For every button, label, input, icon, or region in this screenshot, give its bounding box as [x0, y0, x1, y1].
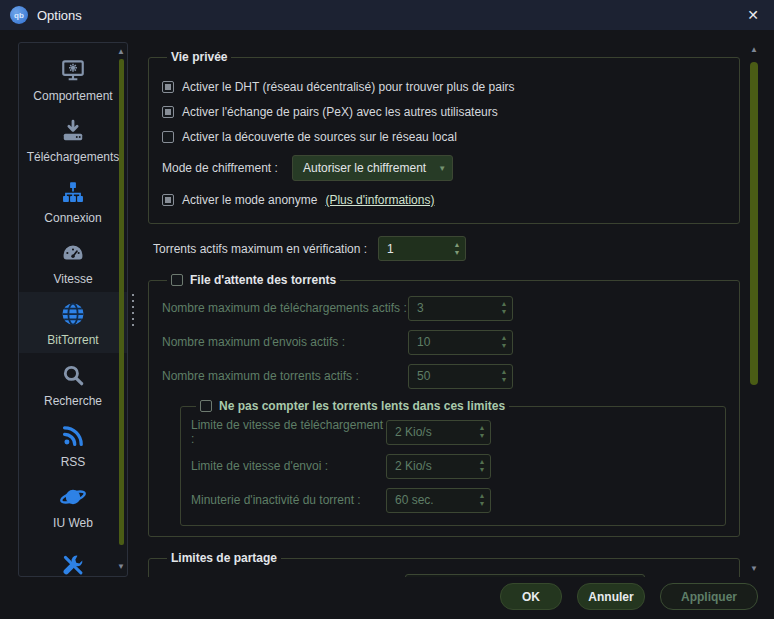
options-sidebar: Comportement Téléchargements: [18, 42, 128, 577]
spinner-arrows[interactable]: ▲▼: [496, 331, 512, 354]
anonymous-mode-checkbox[interactable]: [162, 194, 174, 206]
pex-checkbox-label: Activer l'échange de pairs (PeX) avec le…: [182, 105, 498, 119]
sidebar-item-label: BitTorrent: [47, 333, 98, 347]
torrent-inactivity-timer-label: Minuterie d'inactivité du torrent :: [191, 493, 386, 507]
scroll-down-icon[interactable]: ▼: [746, 565, 762, 573]
sidebar-item-bittorrent[interactable]: BitTorrent: [19, 292, 127, 353]
slow-torrents-checkbox[interactable]: [200, 400, 212, 412]
sidebar-item-comportement[interactable]: Comportement: [19, 48, 127, 109]
spinner-arrows[interactable]: ▲▼: [474, 455, 490, 478]
spinner-arrows[interactable]: ▲▼: [496, 365, 512, 388]
scroll-up-icon[interactable]: ▲: [746, 46, 762, 54]
ok-button[interactable]: OK: [500, 583, 562, 610]
dht-checkbox[interactable]: [162, 81, 174, 93]
sidebar-item-vitesse[interactable]: Vitesse: [19, 231, 127, 292]
share-limits-title: Limites de partage: [167, 551, 281, 565]
window-title: Options: [37, 8, 82, 23]
app-logo-icon: qb: [10, 6, 28, 24]
spinner-arrows[interactable]: ▲▼: [496, 297, 512, 320]
more-informations-link[interactable]: (Plus d'informations): [325, 193, 434, 207]
spinner-value: 2 Kio/s: [387, 455, 474, 478]
sidebar-item-advanced[interactable]: [19, 536, 127, 577]
torrent-inactivity-timer-spinner[interactable]: 60 sec. ▲▼: [386, 488, 491, 513]
title-bar: qb Options ✕: [0, 0, 774, 30]
spinner-arrows[interactable]: ▲▼: [474, 421, 490, 444]
slow-torrents-title: Ne pas compter les torrents lents dans c…: [219, 399, 505, 413]
share-limits-group: Limites de partage Lorsque le ratio atte…: [148, 551, 740, 577]
sidebar-item-label: Comportement: [33, 89, 112, 103]
privacy-group: Vie privée Activer le DHT (réseau décent…: [148, 50, 740, 224]
spinner-value: 3: [409, 297, 496, 320]
spinner-value: 50: [409, 365, 496, 388]
bittorrent-globe-icon: [57, 298, 89, 330]
slow-upload-rate-spinner[interactable]: 2 Kio/s ▲▼: [386, 454, 491, 479]
sidebar-item-telechargements[interactable]: Téléchargements: [19, 109, 127, 170]
spinner-value: 60 sec.: [387, 489, 474, 512]
sidebar-item-label: IU Web: [53, 516, 93, 530]
sidebar-item-label: Recherche: [44, 394, 102, 408]
apply-button[interactable]: Appliquer: [660, 583, 758, 610]
web-ui-icon: [57, 481, 89, 513]
max-active-downloads-spinner[interactable]: 3 ▲▼: [408, 296, 513, 321]
pex-checkbox[interactable]: [162, 106, 174, 118]
speed-icon: [57, 237, 89, 269]
slow-download-rate-spinner[interactable]: 2 Kio/s ▲▼: [386, 420, 491, 445]
privacy-group-title: Vie privée: [167, 50, 231, 64]
main-scrollbar-thumb[interactable]: [750, 62, 758, 385]
rss-icon: [57, 420, 89, 452]
close-icon[interactable]: ✕: [744, 6, 762, 24]
slow-download-rate-label: Limite de vitesse de téléchargement :: [191, 418, 386, 446]
sidebar-item-label: Connexion: [44, 211, 101, 225]
encryption-mode-select[interactable]: Autoriser le chiffrement ▼: [292, 155, 453, 181]
sidebar-item-label: Téléchargements: [27, 150, 120, 164]
anonymous-mode-label: Activer le mode anonyme: [182, 193, 317, 207]
max-active-downloads-label: Nombre maximum de téléchargements actifs…: [162, 301, 408, 315]
encryption-mode-value: Autoriser le chiffrement: [303, 161, 426, 175]
encryption-mode-label: Mode de chiffrement :: [162, 161, 292, 175]
sidebar-item-label: RSS: [61, 455, 86, 469]
max-checking-torrents-label: Torrents actifs maximum en vérification …: [153, 242, 378, 256]
main-scrollbar[interactable]: ▲ ▼: [746, 42, 762, 577]
spinner-value: 10: [409, 331, 496, 354]
downloads-icon: [57, 115, 89, 147]
search-icon: [57, 359, 89, 391]
sidebar-item-rss[interactable]: RSS: [19, 414, 127, 475]
max-active-torrents-label: Nombre maximum de torrents actifs :: [162, 369, 408, 383]
slow-torrents-legend: Ne pas compter les torrents lents dans c…: [196, 399, 509, 413]
max-active-torrents-spinner[interactable]: 50 ▲▼: [408, 364, 513, 389]
sidebar-list: Comportement Téléchargements: [19, 43, 127, 577]
lsd-checkbox[interactable]: [162, 131, 174, 143]
torrent-queueing-legend: File d'attente des torrents: [167, 273, 340, 287]
sidebar-item-recherche[interactable]: Recherche: [19, 353, 127, 414]
dht-checkbox-label: Activer le DHT (réseau décentralisé) pou…: [182, 80, 515, 94]
behavior-icon: [57, 54, 89, 86]
torrent-queueing-checkbox[interactable]: [171, 274, 183, 286]
spinner-arrows[interactable]: ▲▼: [449, 237, 465, 260]
sidebar-splitter-handle[interactable]: [131, 294, 135, 332]
slow-torrents-group: Ne pas compter les torrents lents dans c…: [180, 399, 726, 526]
chevron-down-icon: ▼: [438, 164, 446, 173]
bittorrent-settings-panel: Vie privée Activer le DHT (réseau décent…: [148, 42, 740, 577]
sidebar-scrollbar-thumb[interactable]: [119, 59, 124, 545]
sidebar-scroll-up-icon[interactable]: ▲: [117, 48, 125, 56]
max-active-uploads-label: Nombre maximum d'envois actifs :: [162, 335, 408, 349]
spinner-value: 1,00: [406, 575, 628, 578]
lsd-checkbox-label: Activer la découverte de sources sur le …: [182, 130, 457, 144]
max-active-uploads-spinner[interactable]: 10 ▲▼: [408, 330, 513, 355]
sidebar-item-label: Vitesse: [53, 272, 92, 286]
spinner-arrows[interactable]: ▲▼: [628, 575, 644, 578]
ratio-limit-spinner[interactable]: 1,00 ▲▼: [405, 574, 645, 578]
cancel-button[interactable]: Annuler: [577, 583, 645, 610]
sidebar-item-connexion[interactable]: Connexion: [19, 170, 127, 231]
sidebar-scroll-down-icon[interactable]: ▼: [117, 563, 125, 571]
advanced-tools-icon: [57, 549, 89, 577]
connection-icon: [57, 176, 89, 208]
sidebar-item-iu-web[interactable]: IU Web: [19, 475, 127, 536]
slow-upload-rate-label: Limite de vitesse d'envoi :: [191, 459, 386, 473]
max-checking-torrents-spinner[interactable]: 1 ▲▼: [378, 236, 466, 261]
dialog-button-bar: OK Annuler Appliquer: [500, 583, 758, 610]
torrent-queueing-title: File d'attente des torrents: [190, 273, 336, 287]
spinner-arrows[interactable]: ▲▼: [474, 489, 490, 512]
torrent-queueing-group: File d'attente des torrents Nombre maxim…: [148, 273, 740, 537]
spinner-value: 1: [379, 237, 449, 260]
